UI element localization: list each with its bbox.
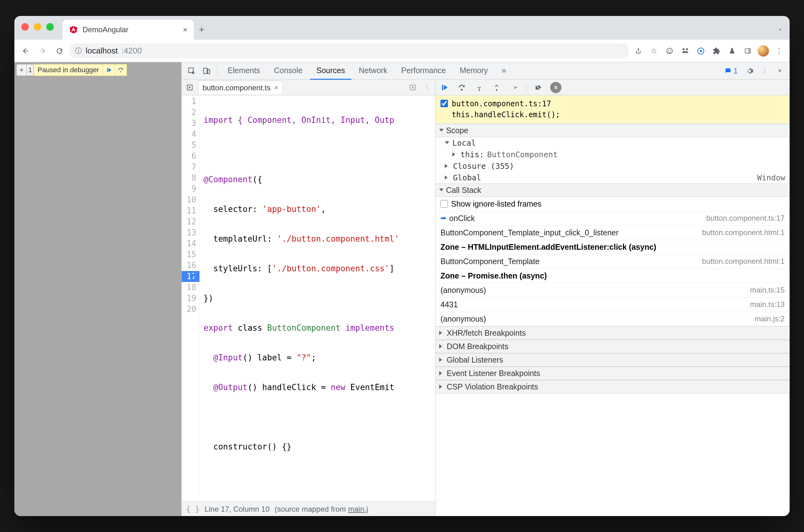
scope-this[interactable]: this: ButtonComponent (436, 149, 790, 160)
svg-point-4 (700, 50, 702, 52)
tab-close-button[interactable]: × (183, 25, 188, 35)
code-editor[interactable]: 1234567891011121314151617181920 import {… (181, 95, 435, 502)
tab-sources[interactable]: Sources (310, 62, 351, 80)
step-into-button[interactable] (474, 82, 485, 93)
extension-icon-1[interactable] (663, 45, 676, 57)
svg-point-7 (120, 71, 121, 73)
devtools-menu-icon[interactable]: ⋮ (758, 64, 771, 78)
devtools-body: button.component.ts × ⋮ 1234567891011121… (181, 80, 790, 516)
callstack-header[interactable]: Call Stack (436, 184, 790, 197)
source-status-bar: { } Line 17, Column 10 (source mapped fr… (181, 502, 435, 516)
svg-point-0 (667, 48, 672, 54)
breakpoint-checkbox[interactable] (440, 100, 448, 107)
cursor-position: Line 17, Column 10 (205, 505, 269, 514)
content-area: + 1 Paused in debugger Elements Console … (14, 62, 790, 516)
stack-frame[interactable]: ➡onClickbutton.component.ts:17 (436, 211, 790, 226)
csp-breakpoints-header[interactable]: CSP Violation Breakpoints (436, 380, 790, 394)
browser-tab[interactable]: DemoAngular × (62, 20, 194, 40)
bookmark-star-icon[interactable]: ☆ (648, 45, 660, 57)
scope-local[interactable]: Local (436, 137, 790, 149)
svg-point-16 (516, 87, 517, 88)
stack-frame[interactable]: (anonymous)main.js:2 (436, 312, 790, 326)
stack-frame[interactable]: (anonymous)main.ts:15 (436, 283, 790, 298)
devtools-settings-icon[interactable] (743, 64, 757, 78)
line-gutter[interactable]: 1234567891011121314151617181920 (181, 95, 200, 502)
overlay-expand-button[interactable]: + (16, 64, 27, 76)
traffic-lights (21, 23, 54, 31)
stack-frame[interactable]: ButtonComponent_Templatebutton.component… (436, 254, 790, 269)
xhr-breakpoints-header[interactable]: XHR/fetch Breakpoints (436, 326, 790, 340)
devtools-close-icon[interactable]: ✕ (773, 64, 786, 78)
svg-point-14 (479, 89, 480, 91)
pause-exceptions-button[interactable] (550, 82, 561, 93)
source-pane: button.component.ts × ⋮ 1234567891011121… (181, 80, 436, 516)
show-ignored-frames[interactable]: Show ignore-listed frames (436, 197, 790, 211)
file-tab-close-icon[interactable]: × (274, 84, 278, 92)
stack-frame[interactable]: 4431main.ts:13 (436, 298, 790, 312)
step-out-button[interactable] (491, 82, 502, 93)
svg-rect-17 (555, 86, 556, 89)
stack-frame-async: Zone – HTMLInputElement.addEventListener… (436, 240, 790, 254)
step-over-button[interactable] (456, 82, 467, 93)
window-close-button[interactable] (21, 23, 29, 31)
tab-elements[interactable]: Elements (221, 62, 266, 80)
debugger-pane: button.component.ts:17 this.handleClick.… (436, 80, 790, 516)
window-maximize-button[interactable] (46, 23, 54, 31)
devtools-tabbar: Elements Console Sources Network Perform… (181, 62, 790, 80)
file-navigator-toggle-icon[interactable] (184, 84, 195, 91)
tab-performance[interactable]: Performance (395, 62, 452, 80)
deactivate-breakpoints-button[interactable] (533, 82, 544, 93)
step-button[interactable] (509, 82, 520, 93)
stack-frame-async: Zone – Promise.then (async) (436, 269, 790, 283)
reload-button[interactable] (53, 44, 66, 58)
panel-icon[interactable] (742, 45, 754, 57)
debugger-toolbar (436, 80, 790, 95)
svg-rect-18 (556, 86, 557, 89)
scope-global[interactable]: GlobalWindow (436, 172, 790, 184)
event-listener-breakpoints-header[interactable]: Event Listener Breakpoints (436, 367, 790, 380)
extensions-puzzle-icon[interactable] (710, 45, 723, 57)
scope-header[interactable]: Scope (436, 124, 790, 137)
breakpoint-item[interactable]: button.component.ts:17 this.handleClick.… (436, 95, 790, 124)
titlebar: DemoAngular × + (14, 16, 790, 40)
source-file-tabbar: button.component.ts × ⋮ (181, 80, 435, 95)
share-icon[interactable] (632, 45, 645, 57)
address-bar[interactable]: ⓘ localhost:4200 (70, 43, 629, 58)
extension-icon-2[interactable] (679, 45, 691, 57)
show-ignored-checkbox[interactable] (440, 200, 448, 208)
tab-memory[interactable]: Memory (453, 62, 494, 80)
overlay-count: 1 (27, 64, 34, 76)
resume-button[interactable] (439, 82, 450, 93)
page-viewport: + 1 Paused in debugger (14, 62, 181, 516)
file-more-icon[interactable]: ⋮ (421, 84, 433, 91)
tab-more[interactable]: » (496, 62, 512, 80)
paused-debugger-overlay: + 1 Paused in debugger (16, 64, 127, 76)
tabs-dropdown-button[interactable] (771, 20, 790, 40)
file-tab-active[interactable]: button.component.ts × (198, 81, 283, 94)
stack-frame[interactable]: ButtonComponent_Template_input_click_0_l… (436, 226, 790, 240)
inspect-element-icon[interactable] (185, 64, 198, 78)
svg-rect-6 (748, 49, 750, 53)
issues-badge[interactable]: 1 (721, 65, 742, 77)
overlay-resume-button[interactable] (103, 64, 115, 76)
sourcemap-link[interactable]: main.j (348, 505, 368, 513)
browser-menu-button[interactable]: ⋮ (773, 45, 785, 57)
dom-breakpoints-header[interactable]: DOM Breakpoints (436, 340, 790, 353)
pretty-print-icon[interactable]: { } (186, 505, 199, 514)
tab-console[interactable]: Console (268, 62, 309, 80)
device-toggle-icon[interactable] (200, 64, 213, 78)
site-info-icon[interactable]: ⓘ (75, 46, 82, 56)
forward-button[interactable] (36, 44, 50, 58)
window-minimize-button[interactable] (34, 23, 41, 31)
scope-closure[interactable]: Closure (355) (436, 160, 790, 172)
tab-network[interactable]: Network (352, 62, 394, 80)
snippets-run-icon[interactable] (407, 84, 418, 91)
svg-point-13 (461, 89, 463, 91)
extension-icon-3[interactable] (694, 45, 707, 57)
labs-flask-icon[interactable] (726, 45, 738, 57)
profile-avatar[interactable] (757, 45, 770, 57)
overlay-step-button[interactable] (115, 64, 127, 76)
back-button[interactable] (19, 44, 33, 58)
global-listeners-header[interactable]: Global Listeners (436, 353, 790, 367)
new-tab-button[interactable]: + (194, 20, 209, 40)
